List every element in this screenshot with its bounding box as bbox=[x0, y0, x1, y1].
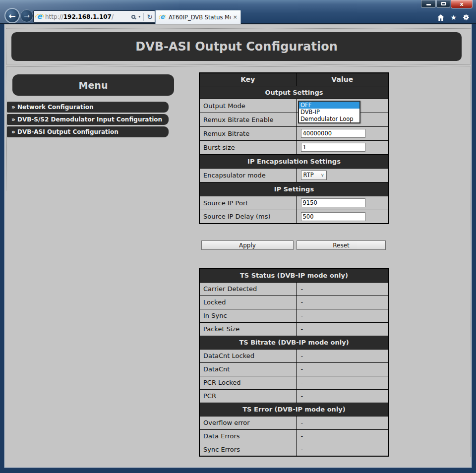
menu-item-label: » DVB-S/S2 Demodulator Input Configurati… bbox=[11, 116, 162, 123]
status-value: - bbox=[296, 309, 389, 322]
section-ts-bitrate: TS Bitrate (DVB-IP mode only) bbox=[199, 336, 389, 349]
status-key: Carrier Detected bbox=[199, 282, 296, 296]
minimize-button[interactable] bbox=[421, 0, 436, 8]
forward-button[interactable]: → bbox=[20, 9, 33, 22]
home-icon[interactable] bbox=[437, 14, 444, 21]
source-ip-delay-input[interactable] bbox=[301, 212, 365, 221]
status-key: DataCnt bbox=[199, 362, 296, 376]
row-label-remux-bitrate-enable: Remux Bitrate Enable bbox=[199, 113, 296, 126]
encapsulator-mode-select[interactable]: RTP ∨ bbox=[301, 171, 327, 180]
tab-title: AT60IP_DVB Status Monitor... bbox=[169, 14, 231, 21]
page-viewport: DVB-ASI Output Configuration Menu » Netw… bbox=[4, 24, 472, 468]
refresh-icon[interactable]: ↻ bbox=[147, 13, 153, 20]
dropdown-option-off[interactable]: OFF bbox=[299, 102, 359, 109]
status-key: DataCnt Locked bbox=[199, 349, 296, 362]
section-ip-settings: IP Settings bbox=[199, 182, 389, 196]
status-value: - bbox=[296, 416, 389, 429]
favorites-star-icon[interactable]: ★ bbox=[450, 13, 457, 21]
section-ip-encapsulation: IP Encapsulation Settings bbox=[199, 154, 389, 168]
status-table: TS Status (DVB-IP mode only) Carrier Det… bbox=[199, 268, 389, 457]
window-controls: x bbox=[421, 0, 473, 8]
browser-chrome: x ← → e http://192.168.1.107/ ▾ ↻ e AT60… bbox=[0, 0, 476, 24]
status-key: In Sync bbox=[199, 309, 296, 322]
row-label-output-mode: Output Mode bbox=[199, 99, 296, 113]
forward-arrow-icon: → bbox=[24, 12, 30, 20]
address-bar[interactable]: e http://192.168.1.107/ ▾ ↻ bbox=[33, 10, 155, 23]
status-value: - bbox=[296, 376, 389, 389]
output-mode-dropdown-list: OFF DVB-IP Demodulator Loop bbox=[298, 101, 360, 123]
ie-logo-icon: e bbox=[36, 13, 43, 20]
tab-close-icon[interactable]: × bbox=[233, 14, 238, 20]
status-key: Sync Errors bbox=[199, 443, 296, 456]
status-key: PCR bbox=[199, 389, 296, 403]
row-label-source-ip-port: Source IP Port bbox=[199, 196, 296, 210]
section-ts-error: TS Error (DVB-IP mode only) bbox=[199, 403, 389, 416]
row-label-burst-size: Burst size bbox=[199, 140, 296, 154]
dropdown-option-dvbip[interactable]: DVB-IP bbox=[299, 109, 359, 116]
status-key: PCR Locked bbox=[199, 376, 296, 389]
search-caret-icon[interactable]: ▾ bbox=[138, 14, 140, 19]
status-value: - bbox=[296, 282, 389, 296]
close-icon: x bbox=[460, 1, 463, 7]
apply-button[interactable]: Apply bbox=[201, 240, 294, 250]
chevron-down-icon: ∨ bbox=[321, 173, 324, 177]
source-ip-port-input[interactable] bbox=[301, 198, 365, 207]
page-title-banner: DVB-ASI Output Configuration bbox=[11, 32, 462, 61]
menu-item-label: » DVB-ASI Output Configuration bbox=[11, 128, 119, 135]
tab-favicon-icon: e bbox=[159, 14, 166, 20]
row-label-source-ip-delay: Source IP Delay (ms) bbox=[199, 210, 296, 224]
url-text: http://192.168.1.107/ bbox=[45, 13, 114, 20]
browser-tab[interactable]: e AT60IP_DVB Status Monitor... × bbox=[155, 10, 241, 24]
status-value: - bbox=[296, 443, 389, 456]
maximize-button[interactable] bbox=[436, 0, 450, 8]
menu-item-dvbs-demodulator-input[interactable]: » DVB-S/S2 Demodulator Input Configurati… bbox=[7, 114, 169, 125]
section-ts-status: TS Status (DVB-IP mode only) bbox=[199, 269, 389, 282]
col-header-key: Key bbox=[199, 73, 296, 86]
col-header-value: Value bbox=[296, 73, 389, 86]
divider bbox=[143, 13, 144, 21]
page-title: DVB-ASI Output Configuration bbox=[135, 40, 338, 54]
status-key: Data Errors bbox=[199, 429, 296, 443]
menu-item-label: » Network Configuration bbox=[11, 104, 94, 111]
status-key: Overflow error bbox=[199, 416, 296, 429]
encapsulator-mode-value: RTP bbox=[303, 172, 314, 178]
status-value: - bbox=[296, 349, 389, 362]
close-button[interactable]: x bbox=[451, 0, 473, 8]
dropdown-option-demodulator-loop[interactable]: Demodulator Loop bbox=[299, 116, 359, 122]
remux-bitrate-input[interactable] bbox=[301, 129, 365, 138]
status-value: - bbox=[296, 296, 389, 309]
status-value: - bbox=[296, 389, 389, 403]
menu-item-network-configuration[interactable]: » Network Configuration bbox=[7, 102, 169, 113]
status-key: Locked bbox=[199, 296, 296, 309]
status-value: - bbox=[296, 429, 389, 443]
back-button[interactable]: ← bbox=[4, 8, 20, 23]
menu-title: Menu bbox=[79, 80, 108, 91]
status-value: - bbox=[296, 322, 389, 336]
maximize-icon bbox=[441, 2, 446, 5]
row-label-remux-bitrate: Remux Bitrate bbox=[199, 126, 296, 140]
minimize-icon bbox=[426, 4, 431, 5]
search-icon[interactable] bbox=[131, 15, 135, 19]
menu-header: Menu bbox=[12, 74, 174, 96]
config-table: Key Value Output Settings Output Mode Re… bbox=[199, 72, 389, 224]
section-output-settings: Output Settings bbox=[199, 86, 389, 99]
tools-gear-icon[interactable] bbox=[463, 14, 470, 21]
back-arrow-icon: ← bbox=[8, 11, 15, 21]
status-key: Packet Size bbox=[199, 322, 296, 336]
menu-item-dvbasi-output[interactable]: » DVB-ASI Output Configuration bbox=[7, 126, 169, 137]
status-value: - bbox=[296, 362, 389, 376]
row-label-encapsulator-mode: Encapsulator mode bbox=[199, 168, 296, 182]
burst-size-input[interactable] bbox=[301, 143, 365, 152]
reset-button[interactable]: Reset bbox=[297, 240, 386, 250]
